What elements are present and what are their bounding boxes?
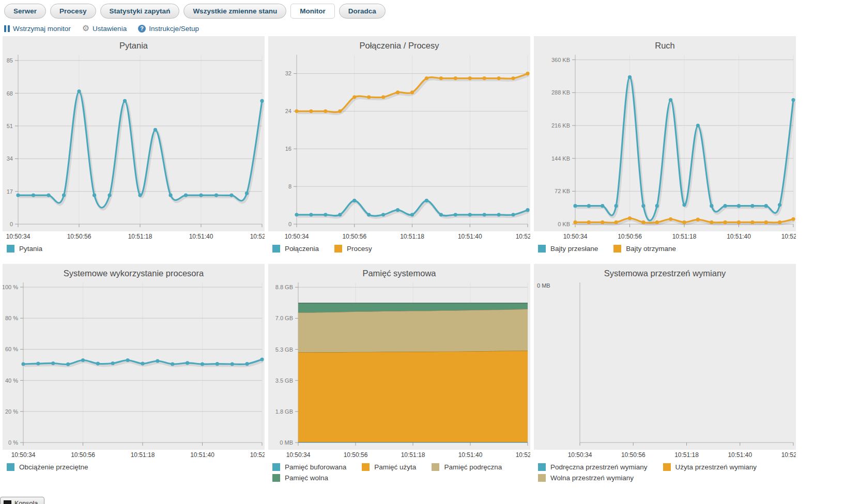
svg-text:0 MB: 0 MB — [537, 282, 550, 289]
tab-monitor[interactable]: Monitor — [290, 4, 335, 19]
x-tick-label: 10:51:40 — [458, 233, 482, 240]
legend-ruch: Bajty przesłaneBajty otrzymane — [534, 242, 796, 254]
svg-text:100 %: 100 % — [3, 284, 18, 290]
svg-text:8: 8 — [288, 183, 291, 190]
chart-canvas-po-czenia-procesy: 08162432 — [268, 52, 530, 231]
svg-text:80 %: 80 % — [5, 315, 18, 321]
legend-po-czenia-procesy: PołączeniaProcesy — [268, 242, 530, 254]
svg-text:51: 51 — [7, 123, 13, 129]
x-tick-label: 10:51:18 — [400, 233, 424, 240]
x-tick-label: 10:52:02 — [250, 233, 265, 240]
chart-tile-ruch: Ruch0 KB72 KB144 KB216 KB288 KB360 KB — [534, 36, 796, 231]
x-tick-label: 10:51:40 — [728, 451, 752, 459]
legend-item-bajty-otrzymane: Bajty otrzymane — [613, 245, 676, 253]
x-tick-label: 10:50:34 — [286, 451, 311, 459]
legend-swatch — [272, 245, 280, 253]
svg-text:72 KB: 72 KB — [555, 188, 570, 194]
chart-tile-pami-systemowa: Pamięć systemowa0 MB1.8 GB3.5 GB5.3 GB7.… — [268, 264, 530, 450]
settings-link[interactable]: ⚙ Ustawienia — [82, 24, 127, 33]
legend-item-po-czenia: Połączenia — [272, 245, 319, 253]
x-tick-label: 10:50:56 — [67, 233, 91, 240]
x-axis-labels-ruch: 10:50:3410:50:5610:51:1810:51:4010:52:02 — [534, 231, 796, 242]
chart-tile-pytania: Pytania01734516885 — [3, 36, 265, 231]
svg-text:0: 0 — [10, 221, 13, 227]
x-axis-labels-pami-systemowa: 10:50:3410:50:5610:51:1810:51:4010:52:02 — [268, 450, 530, 460]
settings-label: Ustawienia — [93, 25, 127, 33]
monitor-toolbar: Wstrzymaj monitor ⚙ Ustawienia ? Instruk… — [0, 19, 845, 36]
charts-grid: Pytania0173451688510:50:3410:50:5610:51:… — [0, 36, 845, 483]
svg-text:0 KB: 0 KB — [558, 221, 570, 227]
x-tick-label: 10:51:18 — [131, 451, 155, 459]
legend-swatch — [538, 463, 546, 471]
tab-procesy[interactable]: Procesy — [50, 4, 96, 19]
legend-swatch — [538, 245, 546, 253]
x-tick-label: 10:50:56 — [621, 451, 646, 459]
x-axis-labels-pytania: 10:50:3410:50:5610:51:1810:51:4010:52:02 — [3, 231, 265, 242]
x-tick-label: 10:50:56 — [344, 451, 368, 459]
instructions-setup-label: Instrukcje/Setup — [149, 25, 199, 33]
legend-item-u-yta-przestrze-wymiany: Użyta przestrzeń wymiany — [663, 463, 757, 471]
legend-label: Pytania — [19, 245, 42, 253]
chart-canvas-ruch: 0 KB72 KB144 KB216 KB288 KB360 KB — [534, 52, 796, 231]
legend-label: Podręczna przestrzeń wymiany — [550, 463, 648, 471]
x-tick-label: 10:50:56 — [342, 233, 366, 240]
legend-item-pytania: Pytania — [7, 245, 42, 253]
chart-title-ruch: Ruch — [534, 36, 796, 52]
legend-item-pami-podr-czna: Pamięć podręczna — [432, 463, 502, 471]
chart-title-pami-systemowa: Pamięć systemowa — [268, 264, 530, 279]
chart-title-pytania: Pytania — [3, 36, 265, 52]
x-tick-label: 10:52:02 — [516, 451, 530, 459]
tab-serwer[interactable]: Serwer — [4, 4, 46, 19]
chart-canvas-systemowe-wykorzystanie-procesora: 0 %20 %40 %60 %80 %100 % — [3, 279, 265, 450]
x-axis-labels-systemowa-przestrze-wymiany: 10:50:3410:50:5610:51:1810:51:4010:52:02 — [534, 450, 796, 460]
legend-item-obci-enie-przeci-tne: Obciążenie przeciętne — [7, 463, 88, 471]
legend-label: Wolna przestrzeń wymiany — [550, 474, 634, 482]
x-axis-labels-systemowe-wykorzystanie-procesora: 10:50:3410:50:5610:51:1810:51:4010:52:02 — [3, 450, 265, 460]
chart-title-systemowe-wykorzystanie-procesora: Systemowe wykorzystanie procesora — [3, 264, 265, 279]
console-toggle-button[interactable]: Konsola — [0, 497, 44, 504]
svg-text:16: 16 — [285, 146, 291, 152]
legend-label: Użyta przestrzeń wymiany — [675, 463, 757, 471]
svg-text:360 KB: 360 KB — [551, 57, 570, 63]
svg-text:24: 24 — [285, 108, 291, 114]
instructions-setup-link[interactable]: ? Instrukcje/Setup — [138, 25, 199, 33]
svg-text:34: 34 — [7, 155, 13, 162]
x-tick-label: 10:52:02 — [250, 451, 265, 459]
x-tick-label: 10:51:18 — [401, 451, 425, 459]
svg-text:144 KB: 144 KB — [551, 155, 570, 162]
legend-pytania: Pytania — [3, 242, 265, 254]
svg-text:0 MB: 0 MB — [280, 439, 293, 446]
tab-statystyki-zapytan[interactable]: Statystyki zapytań — [100, 4, 180, 19]
svg-text:288 KB: 288 KB — [551, 89, 570, 96]
legend-label: Pamięć podręczna — [444, 463, 502, 471]
legend-item-wolna-przestrze-wymiany: Wolna przestrzeń wymiany — [538, 474, 634, 482]
legend-label: Obciążenie przeciętne — [19, 463, 88, 471]
x-tick-label: 10:50:34 — [568, 451, 592, 459]
tab-doradca[interactable]: Doradca — [339, 4, 386, 19]
svg-text:0 %: 0 % — [8, 439, 18, 446]
legend-swatch — [7, 463, 14, 471]
chart-tile-systemowa-przestrze-wymiany: Systemowa przestrzeń wymiany0 MB — [534, 264, 796, 450]
legend-item-bajty-przes-ane: Bajty przesłane — [538, 245, 598, 253]
svg-text:7.0 GB: 7.0 GB — [275, 315, 293, 321]
chart-canvas-systemowa-przestrze-wymiany: 0 MB — [534, 279, 796, 450]
svg-text:40 %: 40 % — [5, 377, 18, 384]
x-tick-label: 10:51:40 — [458, 451, 483, 459]
svg-text:85: 85 — [7, 57, 13, 64]
svg-text:5.3 GB: 5.3 GB — [275, 346, 293, 353]
legend-swatch — [272, 474, 280, 482]
legend-label: Pamięć użyta — [374, 463, 416, 471]
x-tick-label: 10:52:02 — [516, 233, 530, 240]
pause-monitor-link[interactable]: Wstrzymaj monitor — [4, 25, 71, 33]
x-axis-labels-po-czenia-procesy: 10:50:3410:50:5610:51:1810:51:4010:52:02 — [268, 231, 530, 242]
chart-title-systemowa-przestrze-wymiany: Systemowa przestrzeń wymiany — [534, 264, 796, 279]
svg-text:0: 0 — [288, 221, 291, 227]
legend-item-procesy: Procesy — [334, 245, 372, 253]
chart-card-po-czenia-procesy: Połączenia / Procesy0816243210:50:3410:5… — [268, 36, 530, 254]
legend-label: Połączenia — [285, 245, 319, 253]
svg-text:216 KB: 216 KB — [551, 122, 570, 129]
chart-card-systemowe-wykorzystanie-procesora: Systemowe wykorzystanie procesora0 %20 %… — [3, 264, 265, 472]
legend-label: Procesy — [347, 245, 372, 253]
chart-canvas-pami-systemowa: 0 MB1.8 GB3.5 GB5.3 GB7.0 GB8.8 GB — [268, 279, 530, 450]
tab-wszystkie-zmienne-stanu[interactable]: Wszystkie zmienne stanu — [183, 4, 286, 19]
